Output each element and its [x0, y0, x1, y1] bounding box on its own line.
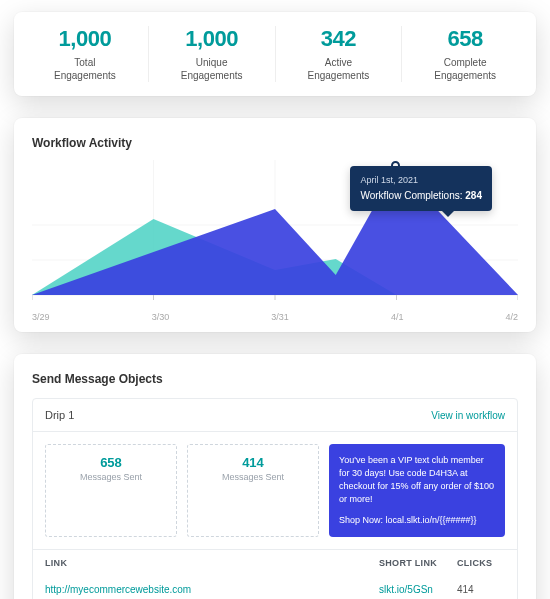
message-preview-body: You've been a VIP text club member for 3… — [339, 454, 495, 506]
stat-active: 342 Active Engagements — [276, 26, 403, 82]
stat-label: Active Engagements — [276, 56, 402, 82]
stat-label: Complete Engagements — [402, 56, 528, 82]
tooltip-date: April 1st, 2021 — [360, 174, 482, 188]
stat-total: 1,000 Total Engagements — [22, 26, 149, 82]
x-tick: 3/31 — [271, 312, 289, 322]
stat-value: 658 — [402, 26, 528, 52]
chart-tooltip: April 1st, 2021 Workflow Completions: 28… — [350, 166, 492, 211]
message-preview-cta: Shop Now: local.slkt.io/n/{{#####}} — [339, 514, 495, 527]
chart-x-axis: 3/29 3/30 3/31 4/1 4/2 — [32, 310, 518, 324]
short-link[interactable]: slkt.io/5GSn — [379, 584, 457, 595]
tooltip-value: Workflow Completions: 284 — [360, 188, 482, 203]
click-count: 414 — [457, 584, 505, 595]
col-link: LINK — [45, 558, 379, 568]
message-preview: You've been a VIP text club member for 3… — [329, 444, 505, 537]
messages-sent-box-1[interactable]: 658 Messages Sent — [45, 444, 177, 537]
send-message-objects-card: Send Message Objects Drip 1 View in work… — [14, 354, 536, 599]
stats-card: 1,000 Total Engagements 1,000 Unique Eng… — [14, 12, 536, 96]
messages-sent-label: Messages Sent — [192, 472, 314, 482]
link-url[interactable]: http://myecommercewebsite.com — [45, 584, 379, 595]
stat-value: 1,000 — [149, 26, 275, 52]
messages-sent-count: 658 — [50, 455, 172, 470]
workflow-activity-card: Workflow Activity April 1st, 2021 Wor — [14, 118, 536, 332]
links-table: LINK SHORT LINK CLICKS http://myecommerc… — [33, 549, 517, 599]
messages-sent-label: Messages Sent — [50, 472, 172, 482]
chart-area[interactable]: April 1st, 2021 Workflow Completions: 28… — [32, 160, 518, 310]
x-tick: 3/29 — [32, 312, 50, 322]
x-tick: 4/2 — [505, 312, 518, 322]
messages-sent-count: 414 — [192, 455, 314, 470]
view-in-workflow-link[interactable]: View in workflow — [431, 410, 505, 421]
chart-title: Workflow Activity — [32, 136, 518, 150]
col-clicks: CLICKS — [457, 558, 505, 568]
drip-body: 658 Messages Sent 414 Messages Sent You'… — [33, 432, 517, 549]
stat-complete: 658 Complete Engagements — [402, 26, 528, 82]
drip-panel: Drip 1 View in workflow 658 Messages Sen… — [32, 398, 518, 599]
section-title: Send Message Objects — [32, 372, 518, 386]
stat-label: Total Engagements — [22, 56, 148, 82]
table-row: http://myecommercewebsite.com slkt.io/5G… — [33, 576, 517, 599]
x-tick: 4/1 — [391, 312, 404, 322]
drip-name: Drip 1 — [45, 409, 74, 421]
x-tick: 3/30 — [152, 312, 170, 322]
stat-value: 1,000 — [22, 26, 148, 52]
stat-value: 342 — [276, 26, 402, 52]
drip-header: Drip 1 View in workflow — [33, 399, 517, 432]
col-short: SHORT LINK — [379, 558, 457, 568]
stat-unique: 1,000 Unique Engagements — [149, 26, 276, 82]
messages-sent-box-2[interactable]: 414 Messages Sent — [187, 444, 319, 537]
stat-label: Unique Engagements — [149, 56, 275, 82]
table-head-row: LINK SHORT LINK CLICKS — [33, 550, 517, 576]
